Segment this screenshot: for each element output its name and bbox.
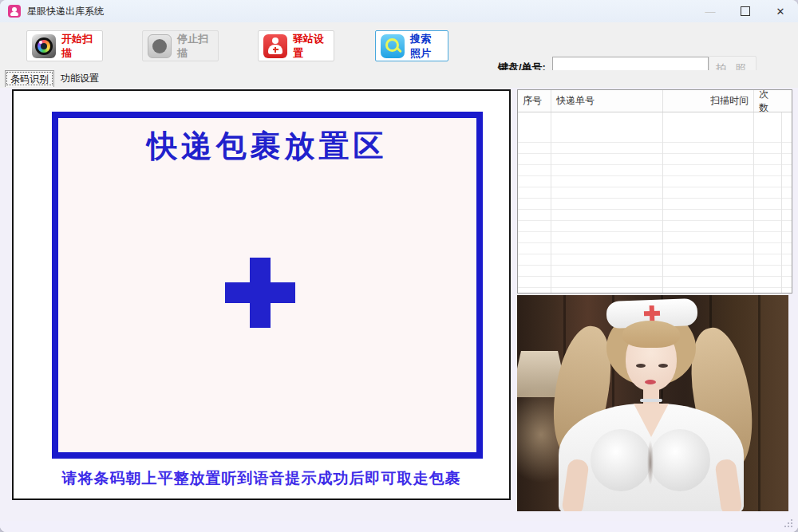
search-photo-label: 搜索照片 bbox=[410, 32, 440, 61]
stop-scan-button[interactable]: 停止扫描 bbox=[142, 30, 219, 61]
header-serial: 序号 bbox=[518, 90, 551, 112]
window-title: 星眼快递出库系统 bbox=[27, 5, 104, 18]
header-scan-time: 扫描时间 bbox=[663, 90, 754, 112]
station-settings-label: 驿站设置 bbox=[293, 32, 326, 61]
station-settings-button[interactable]: 驿站设置 bbox=[258, 30, 334, 61]
placement-panel: 快递包裹放置区 请将条码朝上平整放置听到语音提示成功后即可取走包裹 bbox=[12, 89, 511, 500]
search-icon bbox=[381, 34, 405, 58]
table-row bbox=[518, 112, 792, 143]
title-bar: 星眼快递出库系统 — ✕ bbox=[0, 0, 798, 22]
plus-crosshair-icon bbox=[225, 258, 295, 328]
maximize-icon bbox=[741, 6, 750, 16]
table-body bbox=[518, 112, 792, 293]
search-photo-button[interactable]: 搜索照片 bbox=[375, 30, 448, 61]
minimize-button[interactable]: — bbox=[693, 0, 728, 22]
instruction-text: 请将条码朝上平整放置听到语音提示成功后即可取走包裹 bbox=[14, 468, 509, 489]
table-header-row: 序号 快递单号 扫描时间 次数 bbox=[518, 90, 792, 112]
package-drop-zone: 快递包裹放置区 bbox=[52, 112, 483, 459]
start-scan-button[interactable]: 开始扫描 bbox=[26, 30, 103, 61]
tab-function-settings[interactable]: 功能设置 bbox=[56, 70, 104, 87]
status-strip bbox=[0, 521, 798, 532]
resize-grip[interactable] bbox=[791, 526, 792, 527]
header-count: 次数 bbox=[754, 90, 782, 112]
table-rows-empty bbox=[518, 143, 792, 293]
toolbar: 开始扫描 停止扫描 驿站设置 搜索照片 键盘/单号: 拍 照 bbox=[0, 22, 798, 70]
scan-records-table[interactable]: 序号 快递单号 扫描时间 次数 bbox=[517, 89, 792, 294]
maximize-button[interactable] bbox=[728, 0, 763, 22]
tab-page: 快递包裹放置区 请将条码朝上平整放置听到语音提示成功后即可取走包裹 序号 快递单… bbox=[0, 88, 798, 532]
camera-lens-icon bbox=[32, 34, 56, 58]
tab-strip: 条码识别 功能设置 bbox=[0, 70, 798, 88]
preview-photo bbox=[517, 295, 788, 511]
start-scan-label: 开始扫描 bbox=[61, 32, 94, 61]
app-icon bbox=[8, 5, 21, 18]
stop-scan-label: 停止扫描 bbox=[177, 32, 210, 61]
station-person-icon bbox=[263, 34, 287, 58]
app-window: 星眼快递出库系统 — ✕ 开始扫描 停止扫描 驿站设置 搜索照片 键盘/单号: … bbox=[0, 0, 798, 532]
header-tracking-number: 快递单号 bbox=[551, 90, 663, 112]
close-button[interactable]: ✕ bbox=[763, 0, 798, 22]
tab-barcode-recognition[interactable]: 条码识别 bbox=[5, 70, 54, 87]
stop-icon bbox=[148, 34, 172, 58]
